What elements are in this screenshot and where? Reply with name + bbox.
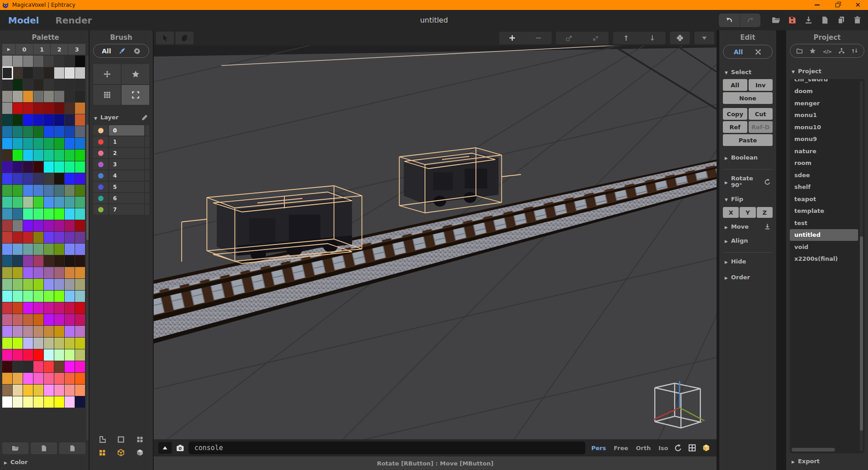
palette-swatch[interactable] — [65, 185, 75, 196]
palette-swatch[interactable] — [54, 267, 64, 278]
camera-mode-pers[interactable]: Pers — [591, 445, 606, 451]
palette-swatch[interactable] — [2, 150, 12, 161]
palette-swatch[interactable] — [75, 255, 85, 267]
palette-swatch[interactable] — [33, 114, 43, 126]
layer-visibility-cell[interactable] — [145, 193, 149, 203]
palette-swatch[interactable] — [33, 349, 43, 361]
palette-swatch[interactable] — [23, 291, 33, 302]
palette-swatch[interactable] — [13, 220, 23, 231]
redo-button[interactable] — [740, 14, 760, 27]
layer-visibility-cell[interactable] — [145, 204, 149, 215]
camera-mode-orth[interactable]: Orth — [636, 445, 651, 451]
layer-row[interactable]: 4 — [93, 170, 149, 181]
palette-swatch[interactable] — [13, 291, 23, 302]
palette-swatch[interactable] — [54, 220, 64, 231]
palette-swatch[interactable] — [13, 314, 23, 325]
palette-swatch[interactable] — [44, 385, 54, 396]
palette-swatch[interactable] — [23, 302, 33, 314]
palette-swatch[interactable] — [23, 326, 33, 337]
palette-swatch[interactable] — [2, 161, 12, 173]
palette-swatch[interactable] — [23, 279, 33, 290]
palette-swatch[interactable] — [75, 126, 85, 137]
palette-swatch[interactable] — [33, 185, 43, 196]
order-section-header[interactable]: Order — [723, 270, 773, 284]
palette-swatch[interactable] — [65, 103, 75, 114]
palette-swatch[interactable] — [23, 114, 33, 126]
palette-swatch[interactable] — [2, 314, 12, 325]
palette-swatch[interactable] — [13, 255, 23, 267]
flip-y-button[interactable]: Y — [740, 207, 755, 218]
palette-swatch[interactable] — [65, 114, 75, 126]
palette-swatch[interactable] — [23, 56, 33, 67]
palette-swatch[interactable] — [2, 185, 12, 196]
palette-swatch[interactable] — [44, 138, 54, 149]
cut-button[interactable]: Cut — [749, 108, 773, 120]
palette-swatch[interactable] — [75, 138, 85, 149]
palette-swatch[interactable] — [54, 208, 64, 220]
palette-swatch[interactable] — [75, 232, 85, 243]
rotate-ccw-button[interactable] — [764, 179, 771, 185]
palette-swatch[interactable] — [75, 349, 85, 361]
project-item-menger[interactable]: menger — [790, 97, 864, 109]
project-item-untitled[interactable]: untitled — [790, 229, 858, 241]
palette-swatch[interactable] — [44, 338, 54, 349]
layer-name[interactable]: 4 — [109, 170, 144, 181]
palette-swatch[interactable] — [33, 220, 43, 231]
layer-row[interactable]: 7 — [93, 204, 149, 215]
palette-swatch[interactable] — [44, 220, 54, 231]
palette-swatch[interactable] — [65, 173, 75, 184]
tool-marquee-button[interactable] — [122, 85, 149, 105]
project-item-room[interactable]: room — [790, 157, 864, 169]
flip-x-button[interactable]: X — [723, 207, 739, 218]
palette-swatch[interactable] — [2, 173, 12, 184]
palette-swatch[interactable] — [65, 267, 75, 278]
palette-swatch[interactable] — [44, 349, 54, 361]
palette-swatch[interactable] — [13, 173, 23, 184]
palette-swatch[interactable] — [54, 91, 64, 102]
layer-visibility-cell[interactable] — [145, 136, 149, 147]
solid-mode-button[interactable] — [136, 449, 144, 456]
palette-swatch[interactable] — [23, 67, 33, 79]
palette-swatch[interactable] — [44, 267, 54, 278]
palette-swatch[interactable] — [23, 161, 33, 173]
palette-swatch[interactable] — [65, 161, 75, 173]
layer-visibility-cell[interactable] — [145, 148, 149, 158]
flip-z-button[interactable]: Z — [757, 207, 773, 218]
project-item-doom[interactable]: doom — [790, 85, 864, 98]
layer-color-swatch[interactable] — [93, 159, 108, 169]
palette-swatch[interactable] — [23, 208, 33, 220]
color-section-header[interactable]: Color — [2, 456, 89, 470]
align-section-header[interactable]: Align — [723, 234, 773, 248]
palette-swatch[interactable] — [44, 114, 54, 126]
project-shader-button[interactable] — [823, 47, 831, 55]
palette-swatch[interactable] — [75, 302, 85, 314]
palette-swatch[interactable] — [2, 373, 12, 384]
palette-swatch[interactable] — [75, 185, 85, 196]
palette-swatch[interactable] — [44, 291, 54, 302]
project-sort-button[interactable] — [851, 47, 858, 54]
palette-swatch[interactable] — [33, 361, 43, 372]
layer-color-swatch[interactable] — [93, 182, 108, 192]
show-model-button[interactable] — [702, 444, 710, 452]
palette-swatch[interactable] — [44, 173, 54, 184]
palette-swatch[interactable] — [2, 91, 12, 102]
palette-swatch[interactable] — [44, 244, 54, 255]
copy-button[interactable]: Copy — [723, 108, 747, 120]
palette-swatch[interactable] — [54, 396, 64, 408]
palette-swatch[interactable] — [23, 126, 33, 137]
palette-swatch[interactable] — [65, 255, 75, 267]
palette-swatch[interactable] — [75, 373, 85, 384]
palette-swatch[interactable] — [65, 150, 75, 161]
reset-rotation-button[interactable] — [674, 444, 682, 452]
tool-star-button[interactable] — [122, 64, 149, 84]
screenshot-button[interactable] — [176, 444, 184, 452]
tool-move-button[interactable] — [93, 64, 121, 84]
project-graph-button[interactable] — [838, 47, 845, 54]
palette-swatch[interactable] — [65, 279, 75, 290]
palette-swatch[interactable] — [65, 67, 75, 79]
project-files-button[interactable] — [796, 47, 803, 54]
layer-section-header[interactable]: Layer — [93, 109, 149, 125]
project-item-template[interactable]: template — [790, 205, 864, 217]
palette-swatch[interactable] — [2, 302, 12, 314]
palette-swatch[interactable] — [23, 361, 33, 372]
